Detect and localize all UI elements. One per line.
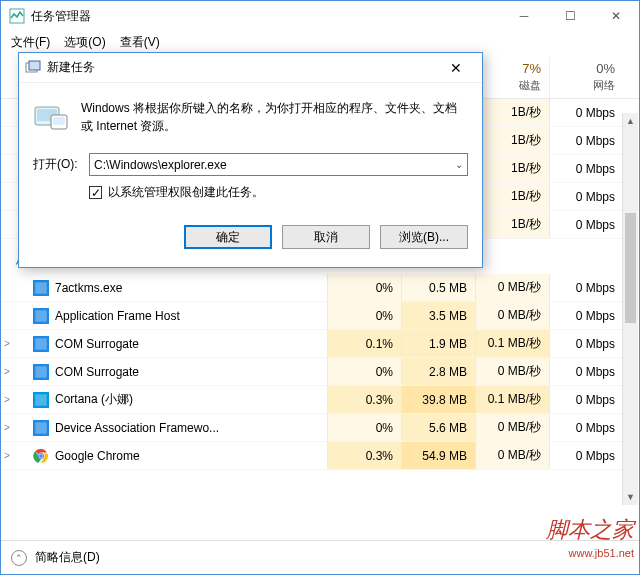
chevron-down-icon[interactable]: ⌄	[455, 159, 463, 170]
col-disk[interactable]: 7% 磁盘	[475, 57, 549, 98]
cell-cpu: 0.3%	[327, 442, 401, 469]
cell-mem: 54.9 MB	[401, 442, 475, 469]
menu-file[interactable]: 文件(F)	[5, 32, 56, 53]
watermark-url: www.jb51.net	[569, 547, 634, 559]
cell-net: 0 Mbps	[549, 302, 623, 329]
cell-cpu: 0%	[327, 302, 401, 329]
svg-rect-8	[35, 366, 46, 377]
chevron-up-icon[interactable]: ⌃	[11, 550, 27, 566]
expand-icon[interactable]: >	[1, 422, 13, 433]
process-icon	[33, 280, 49, 296]
cell-disk: 0 MB/秒	[475, 274, 549, 301]
cancel-button[interactable]: 取消	[282, 225, 370, 249]
cell-mem: 1.9 MB	[401, 330, 475, 357]
table-row[interactable]: >COM Surrogate0.1%1.9 MB0.1 MB/秒0 Mbps	[1, 330, 639, 358]
cell-disk: 0.1 MB/秒	[475, 330, 549, 357]
cell-disk: 0 MB/秒	[475, 414, 549, 441]
dialog-message: Windows 将根据你所键入的名称，为你打开相应的程序、文件夹、文档或 Int…	[81, 99, 468, 135]
cell-mem: 39.8 MB	[401, 386, 475, 413]
menu-options[interactable]: 选项(O)	[58, 32, 111, 53]
cell-mem: 5.6 MB	[401, 414, 475, 441]
open-combobox[interactable]: C:\Windows\explorer.exe ⌄	[89, 153, 468, 176]
cell-disk: 1B/秒	[475, 211, 549, 238]
process-icon	[33, 308, 49, 324]
close-button[interactable]: ✕	[593, 1, 639, 31]
maximize-button[interactable]: ☐	[547, 1, 593, 31]
cell-disk: 1B/秒	[475, 99, 549, 126]
svg-point-16	[39, 454, 43, 458]
expand-icon[interactable]: >	[1, 338, 13, 349]
ok-button[interactable]: 确定	[184, 225, 272, 249]
cell-net: 0 Mbps	[549, 274, 623, 301]
cell-net: 0 Mbps	[549, 442, 623, 469]
browse-button[interactable]: 浏览(B)...	[380, 225, 468, 249]
process-name: COM Surrogate	[55, 365, 327, 379]
table-row[interactable]: >Google Chrome0.3%54.9 MB0 MB/秒0 Mbps	[1, 442, 639, 470]
cell-net: 0 Mbps	[549, 155, 623, 182]
fewer-details-link[interactable]: 简略信息(D)	[35, 549, 100, 566]
menu-view[interactable]: 查看(V)	[114, 32, 166, 53]
expand-icon[interactable]: >	[1, 366, 13, 377]
vertical-scrollbar[interactable]: ▲ ▼	[622, 113, 638, 505]
svg-rect-10	[35, 394, 46, 405]
cell-cpu: 0%	[327, 414, 401, 441]
cell-mem: 3.5 MB	[401, 302, 475, 329]
cell-net: 0 Mbps	[549, 358, 623, 385]
scroll-down-icon[interactable]: ▼	[623, 489, 638, 505]
run-icon	[25, 60, 41, 76]
open-label: 打开(O):	[33, 156, 83, 173]
process-name: Device Association Framewo...	[55, 421, 327, 435]
expand-icon[interactable]: >	[1, 450, 13, 461]
window-title: 任务管理器	[31, 8, 501, 25]
cell-disk: 0 MB/秒	[475, 302, 549, 329]
cell-net: 0 Mbps	[549, 183, 623, 210]
cell-disk: 0 MB/秒	[475, 442, 549, 469]
cell-net: 0 Mbps	[549, 211, 623, 238]
dialog-titlebar[interactable]: 新建任务 ✕	[19, 53, 482, 83]
admin-checkbox-label[interactable]: 以系统管理权限创建此任务。	[108, 184, 264, 201]
col-network[interactable]: 0% 网络	[549, 57, 623, 98]
svg-rect-2	[35, 282, 46, 293]
process-name: Cortana (小娜)	[55, 391, 327, 408]
cell-net: 0 Mbps	[549, 330, 623, 357]
process-name: COM Surrogate	[55, 337, 327, 351]
process-name: Application Frame Host	[55, 309, 327, 323]
table-row[interactable]: 7actkms.exe0%0.5 MB0 MB/秒0 Mbps	[1, 274, 639, 302]
cell-cpu: 0%	[327, 358, 401, 385]
cell-disk: 1B/秒	[475, 183, 549, 210]
table-row[interactable]: >Device Association Framewo...0%5.6 MB0 …	[1, 414, 639, 442]
svg-rect-22	[53, 117, 65, 125]
menubar: 文件(F) 选项(O) 查看(V)	[1, 31, 639, 53]
cell-cpu: 0.3%	[327, 386, 401, 413]
cell-disk: 0.1 MB/秒	[475, 386, 549, 413]
admin-checkbox[interactable]: ✓	[89, 186, 102, 199]
svg-rect-6	[35, 338, 46, 349]
watermark-text: 脚本之家	[546, 515, 634, 545]
run-program-icon	[33, 101, 69, 133]
minimize-button[interactable]: ─	[501, 1, 547, 31]
scroll-thumb[interactable]	[625, 213, 636, 323]
svg-rect-4	[35, 310, 46, 321]
cell-net: 0 Mbps	[549, 414, 623, 441]
dialog-title-text: 新建任务	[47, 59, 436, 76]
footer: ⌃ 简略信息(D)	[1, 540, 639, 574]
dialog-close-button[interactable]: ✕	[436, 60, 476, 76]
process-icon	[33, 420, 49, 436]
titlebar[interactable]: 任务管理器 ─ ☐ ✕	[1, 1, 639, 31]
scroll-up-icon[interactable]: ▲	[623, 113, 638, 129]
table-row[interactable]: >Cortana (小娜)0.3%39.8 MB0.1 MB/秒0 Mbps	[1, 386, 639, 414]
table-row[interactable]: >COM Surrogate0%2.8 MB0 MB/秒0 Mbps	[1, 358, 639, 386]
process-icon	[33, 336, 49, 352]
cell-mem: 2.8 MB	[401, 358, 475, 385]
cell-disk: 1B/秒	[475, 127, 549, 154]
cell-mem: 0.5 MB	[401, 274, 475, 301]
process-icon	[33, 364, 49, 380]
cell-net: 0 Mbps	[549, 127, 623, 154]
cell-disk: 1B/秒	[475, 155, 549, 182]
table-row[interactable]: Application Frame Host0%3.5 MB0 MB/秒0 Mb…	[1, 302, 639, 330]
app-icon	[9, 8, 25, 24]
cell-disk: 0 MB/秒	[475, 358, 549, 385]
expand-icon[interactable]: >	[1, 394, 13, 405]
cell-net: 0 Mbps	[549, 99, 623, 126]
process-name: 7actkms.exe	[55, 281, 327, 295]
